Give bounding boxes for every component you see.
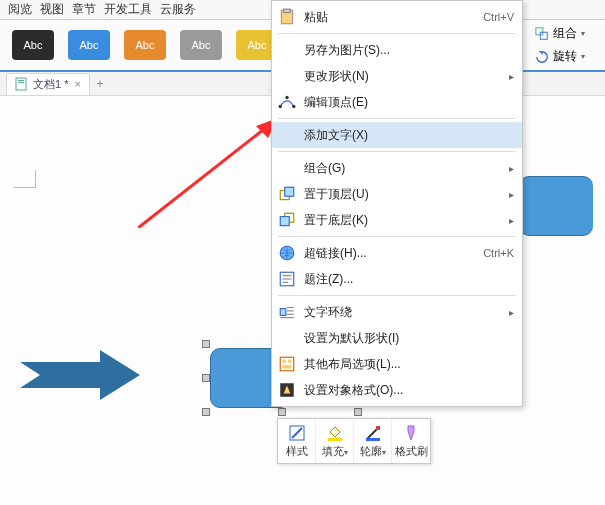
svg-rect-22: [280, 309, 286, 316]
cm-add-text[interactable]: 添加文字(X): [272, 122, 522, 148]
svg-rect-1: [540, 32, 547, 39]
svg-rect-2: [16, 78, 26, 90]
handle-bm[interactable]: [278, 408, 286, 416]
annotation-arrow-blue: [20, 350, 140, 400]
send-back-icon: [278, 211, 296, 229]
svg-rect-14: [285, 187, 294, 196]
cm-separator: [278, 118, 516, 119]
format-painter-icon: [402, 424, 420, 442]
layout-icon: [278, 355, 296, 373]
float-toolbar: 样式 填充▾ 轮廓▾ 格式刷: [277, 418, 431, 464]
svg-rect-35: [376, 426, 380, 430]
handle-bl[interactable]: [202, 408, 210, 416]
doc-icon: [15, 77, 27, 91]
text-wrap-icon: [278, 303, 296, 321]
outline-icon: [364, 424, 382, 442]
fill-icon: [326, 424, 344, 442]
svg-rect-34: [328, 438, 342, 441]
svg-point-10: [279, 105, 282, 108]
document-tab[interactable]: 文档1 * ×: [6, 73, 90, 95]
cm-separator: [278, 236, 516, 237]
add-tab-button[interactable]: +: [90, 77, 110, 91]
svg-rect-27: [280, 357, 294, 371]
annotation-arrow-red: [138, 118, 278, 228]
cm-paste[interactable]: 粘贴 Ctrl+V: [272, 4, 522, 30]
menu-review[interactable]: 阅览: [8, 1, 32, 18]
margin-marker: [14, 170, 36, 188]
svg-rect-16: [280, 217, 289, 226]
chevron-right-icon: ▸: [504, 189, 514, 200]
shape-rounded-rect-top[interactable]: [519, 176, 593, 236]
ft-fill[interactable]: 填充▾: [316, 419, 354, 463]
tab-close-icon[interactable]: ×: [74, 78, 80, 90]
svg-rect-29: [288, 360, 291, 363]
handle-tl[interactable]: [202, 340, 210, 348]
cm-caption[interactable]: 题注(Z)...: [272, 266, 522, 292]
svg-rect-28: [283, 360, 286, 363]
paste-icon: [278, 8, 296, 26]
menu-cloud[interactable]: 云服务: [160, 1, 196, 18]
caption-icon: [278, 270, 296, 288]
format-object-icon: [278, 381, 296, 399]
group-label: 组合: [553, 25, 577, 42]
swatch-black[interactable]: Abc: [12, 30, 54, 60]
svg-rect-36: [366, 438, 380, 441]
right-toolbar: 组合▾ 旋转▾: [531, 22, 601, 68]
cm-format-object[interactable]: 设置对象格式(O)...: [272, 377, 522, 403]
cm-edit-points[interactable]: 编辑顶点(E): [272, 89, 522, 115]
chevron-right-icon: ▸: [504, 71, 514, 82]
svg-rect-3: [18, 80, 24, 81]
cm-hyperlink[interactable]: 超链接(H)... Ctrl+K: [272, 240, 522, 266]
svg-point-11: [292, 105, 295, 108]
menu-view[interactable]: 视图: [40, 1, 64, 18]
svg-marker-7: [20, 350, 140, 400]
hyperlink-icon: [278, 244, 296, 262]
cm-text-wrap[interactable]: 文字环绕▸: [272, 299, 522, 325]
swatch-orange[interactable]: Abc: [124, 30, 166, 60]
cm-separator: [278, 151, 516, 152]
cm-separator: [278, 295, 516, 296]
ft-outline[interactable]: 轮廓▾: [354, 419, 392, 463]
group-button[interactable]: 组合▾: [531, 22, 601, 45]
bring-front-icon: [278, 185, 296, 203]
edit-points-icon: [278, 93, 296, 111]
menu-chapter[interactable]: 章节: [72, 1, 96, 18]
svg-line-5: [138, 126, 268, 228]
handle-br[interactable]: [354, 408, 362, 416]
svg-rect-4: [18, 82, 24, 83]
rotate-icon: [535, 50, 549, 64]
svg-rect-0: [536, 27, 543, 34]
ft-style[interactable]: 样式: [278, 419, 316, 463]
cm-bring-front[interactable]: 置于顶层(U)▸: [272, 181, 522, 207]
ft-format-painter[interactable]: 格式刷: [392, 419, 430, 463]
cm-separator: [278, 33, 516, 34]
chevron-right-icon: ▸: [504, 163, 514, 174]
cm-group[interactable]: 组合(G)▸: [272, 155, 522, 181]
cm-change-shape[interactable]: 更改形状(N)▸: [272, 63, 522, 89]
swatch-gray[interactable]: Abc: [180, 30, 222, 60]
svg-rect-30: [283, 365, 292, 368]
svg-rect-9: [284, 9, 291, 12]
menu-devtools[interactable]: 开发工具: [104, 1, 152, 18]
cm-set-default-shape[interactable]: 设置为默认形状(I): [272, 325, 522, 351]
handle-ml[interactable]: [202, 374, 210, 382]
chevron-right-icon: ▸: [504, 215, 514, 226]
context-menu: 粘贴 Ctrl+V 另存为图片(S)... 更改形状(N)▸ 编辑顶点(E) 添…: [271, 0, 523, 407]
cm-send-back[interactable]: 置于底层(K)▸: [272, 207, 522, 233]
group-icon: [535, 27, 549, 41]
swatch-blue[interactable]: Abc: [68, 30, 110, 60]
chevron-right-icon: ▸: [504, 307, 514, 318]
cm-more-layout[interactable]: 其他布局选项(L)...: [272, 351, 522, 377]
tab-title: 文档1 *: [33, 77, 68, 92]
rotate-label: 旋转: [553, 48, 577, 65]
style-icon: [288, 424, 306, 442]
rotate-button[interactable]: 旋转▾: [531, 45, 601, 68]
svg-point-12: [285, 96, 288, 99]
cm-save-as-picture[interactable]: 另存为图片(S)...: [272, 37, 522, 63]
